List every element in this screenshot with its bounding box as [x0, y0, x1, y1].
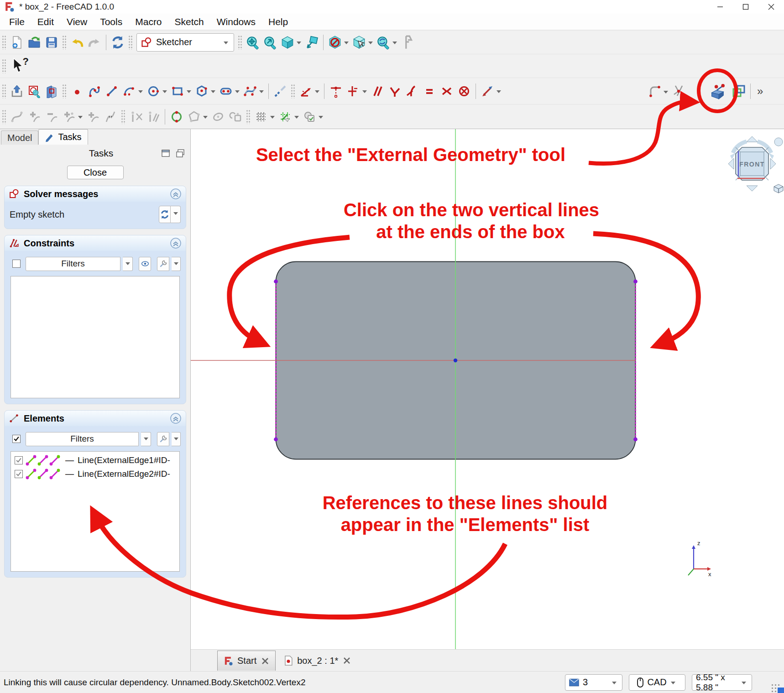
render-order-icon[interactable] [301, 106, 318, 127]
element-checkbox[interactable] [15, 456, 23, 464]
vertex-point[interactable] [633, 438, 638, 442]
perpendicular-constraint-icon[interactable] [386, 81, 403, 102]
minimize-button[interactable] [707, 0, 733, 14]
float-window-icon[interactable] [175, 148, 186, 159]
undo-icon[interactable] [68, 32, 86, 53]
external-geometry-icon[interactable] [706, 81, 730, 102]
toolbar-overflow-chevrons[interactable]: » [757, 85, 763, 98]
create-circle-icon[interactable] [145, 81, 162, 102]
increase-bspline-degree-icon[interactable] [26, 106, 43, 127]
dimensions-dropdown[interactable]: 6.55 " x 5.88 " [692, 674, 752, 691]
toolbar-grip[interactable] [128, 35, 133, 50]
distance-x-constraint-icon[interactable] [327, 81, 345, 102]
copy-geometry-icon[interactable] [227, 106, 244, 127]
workbench-selector[interactable]: Sketcher [136, 33, 234, 52]
elements-settings-button[interactable] [157, 432, 169, 446]
chevron-down-icon[interactable] [297, 42, 301, 47]
toolbar-grip[interactable] [238, 35, 242, 50]
measure-icon[interactable] [399, 32, 416, 53]
solver-refresh-button[interactable] [159, 206, 171, 223]
chevron-down-icon[interactable] [344, 42, 349, 47]
pan-right-arrow[interactable] [770, 158, 776, 169]
elements-settings-dropdown[interactable] [172, 432, 181, 446]
create-line-icon[interactable] [103, 81, 120, 102]
close-task-button[interactable]: Close [67, 166, 124, 179]
chevron-down-icon[interactable] [664, 91, 668, 96]
increase-knot-multiplicity-icon[interactable] [60, 106, 78, 127]
create-rectangle-icon[interactable] [169, 81, 186, 102]
menu-windows[interactable]: Windows [210, 14, 262, 30]
tilt-up-arrow[interactable] [747, 136, 758, 142]
menu-macro[interactable]: Macro [129, 14, 168, 30]
tangent-constraint-icon[interactable] [403, 81, 421, 102]
chevron-down-icon[interactable] [497, 90, 501, 95]
toggle-construction-icon[interactable] [272, 81, 289, 102]
tab-tasks[interactable]: Tasks [38, 129, 88, 145]
chevron-down-icon[interactable] [211, 90, 215, 95]
decrease-bspline-degree-icon[interactable] [43, 106, 60, 127]
collapse-icon[interactable] [170, 237, 182, 249]
toolbar-grip[interactable] [2, 109, 6, 124]
dock-window-icon[interactable] [160, 148, 171, 159]
chevron-down-icon[interactable] [392, 42, 397, 47]
view-sketch-icon[interactable] [26, 81, 43, 102]
dimension-constraint-icon[interactable] [297, 81, 314, 102]
draw-style-icon[interactable] [303, 32, 320, 53]
toggle-snap-icon[interactable] [277, 106, 294, 127]
toolbar-grip[interactable] [2, 35, 6, 50]
split-edge-icon[interactable] [127, 106, 145, 127]
chevron-down-icon[interactable] [362, 90, 367, 95]
pan-left-arrow[interactable] [728, 158, 734, 169]
mini-cube-icon[interactable] [774, 184, 783, 193]
chevron-down-icon[interactable] [270, 116, 275, 121]
insert-knot-icon[interactable] [84, 106, 102, 127]
equal-constraint-icon[interactable] [421, 81, 438, 102]
menu-sketch[interactable]: Sketch [168, 14, 210, 30]
open-document-icon[interactable] [26, 32, 43, 53]
chevron-down-icon[interactable] [138, 90, 143, 95]
chevron-down-icon[interactable] [203, 116, 208, 121]
vertex-point[interactable] [274, 438, 278, 442]
origin-point[interactable] [454, 359, 457, 362]
save-icon[interactable] [43, 32, 60, 53]
symmetry-tool-icon[interactable] [145, 106, 162, 127]
chevron-down-icon[interactable] [315, 90, 319, 95]
leave-sketch-icon[interactable] [8, 81, 26, 102]
elements-select-all-checkbox[interactable] [12, 435, 21, 443]
close-tab-icon[interactable] [261, 657, 270, 666]
close-window-button[interactable] [758, 0, 784, 14]
toolbar-grip[interactable] [2, 84, 6, 99]
elements-filter-combo[interactable]: Filters [26, 432, 139, 446]
create-slot-icon[interactable] [217, 81, 235, 102]
toolbar-grip[interactable] [246, 109, 251, 124]
elements-header[interactable]: Elements [5, 411, 186, 426]
rotate-right-arrowhead[interactable] [768, 153, 774, 159]
element-row-1[interactable]: — Line(ExternalEdge1#ID- [11, 453, 179, 467]
collapse-icon[interactable] [170, 188, 182, 200]
close-tab-icon[interactable] [342, 656, 351, 665]
menu-file[interactable]: File [3, 14, 31, 30]
chevron-down-icon[interactable] [294, 116, 299, 121]
fit-all-icon[interactable] [244, 32, 261, 53]
chevron-down-icon[interactable] [78, 116, 83, 121]
notifications-dropdown[interactable]: 3 [565, 674, 622, 691]
new-document-icon[interactable] [8, 32, 26, 53]
toolbar-grip[interactable] [62, 35, 67, 50]
solver-options-dropdown[interactable] [171, 206, 181, 223]
zoom-selection-icon[interactable] [261, 32, 279, 53]
vertex-point[interactable] [633, 280, 638, 284]
toggle-driving-constraint-icon[interactable] [479, 81, 496, 102]
create-polygon-icon[interactable] [193, 81, 210, 102]
constraints-filter-combo[interactable]: Filters [26, 257, 120, 271]
menu-help[interactable]: Help [262, 14, 294, 30]
create-arc-icon[interactable] [120, 81, 138, 102]
redo-icon[interactable] [86, 32, 103, 53]
menu-edit[interactable]: Edit [31, 14, 60, 30]
nav-cube-front-label[interactable]: FRONT [739, 161, 765, 168]
chevron-down-icon[interactable] [319, 116, 323, 121]
convert-to-bspline-icon[interactable] [8, 106, 26, 127]
maximize-button[interactable] [733, 0, 758, 14]
chevron-down-icon[interactable] [235, 90, 240, 95]
constraints-select-all-checkbox[interactable] [12, 260, 21, 268]
periodic-bspline-icon[interactable] [168, 106, 185, 127]
